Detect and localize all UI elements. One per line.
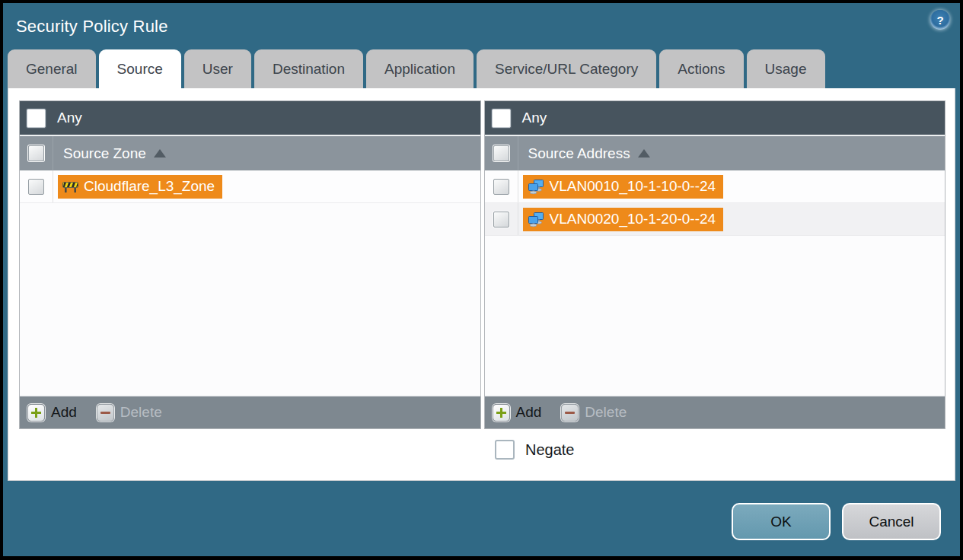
source-zone-panel: Any Source Zone (19, 100, 481, 429)
source-zone-select-all-cell (20, 136, 53, 170)
source-zone-any-checkbox[interactable] (27, 109, 46, 128)
tab-source[interactable]: Source (99, 49, 181, 88)
help-icon[interactable]: ? (930, 10, 950, 30)
source-zone-list: Cloudflare_L3_Zone (20, 170, 480, 395)
source-zone-column-label: Source Zone (63, 145, 146, 162)
source-zone-select-all-checkbox[interactable] (28, 145, 44, 161)
source-address-select-all-cell (485, 136, 518, 170)
tab-service-url-category[interactable]: Service/URL Category (477, 49, 656, 88)
source-address-select-all-checkbox[interactable] (493, 145, 509, 161)
source-zone-footer: Add Delete (20, 395, 480, 428)
cancel-button[interactable]: Cancel (842, 503, 941, 540)
tab-user[interactable]: User (184, 49, 251, 88)
table-row: VLAN0010_10-1-10-0--24 (485, 170, 945, 203)
source-zone-delete-button[interactable]: Delete (97, 404, 162, 422)
tab-destination[interactable]: Destination (254, 49, 363, 88)
source-address-entry[interactable]: VLAN0010_10-1-10-0--24 (523, 175, 724, 199)
tab-usage[interactable]: Usage (747, 49, 825, 88)
source-address-panel: Any Source Address (484, 100, 946, 429)
source-address-entry[interactable]: VLAN0020_10-1-20-0--24 (523, 208, 724, 231)
source-address-delete-button[interactable]: Delete (561, 404, 627, 422)
zone-icon (62, 180, 78, 193)
source-address-entry-label: VLAN0020_10-1-20-0--24 (550, 211, 716, 228)
source-address-entry-label: VLAN0010_10-1-10-0--24 (550, 178, 716, 195)
source-address-any-checkbox[interactable] (492, 109, 511, 128)
security-policy-rule-dialog: Security Policy Rule ? General Source Us… (0, 0, 963, 560)
titlebar: Security Policy Rule ? (3, 3, 960, 49)
dialog-title: Security Policy Rule (16, 17, 168, 37)
source-address-any-label: Any (522, 110, 547, 126)
negate-row: Negate (495, 440, 955, 460)
source-address-add-button[interactable]: Add (493, 404, 542, 422)
source-zone-entry[interactable]: Cloudflare_L3_Zone (58, 175, 222, 199)
source-address-any-header: Any (485, 101, 945, 135)
source-zone-any-label: Any (57, 110, 82, 126)
tab-bar: General Source User Destination Applicat… (3, 49, 960, 88)
ok-button[interactable]: OK (732, 503, 831, 540)
add-icon (27, 404, 45, 422)
source-address-row-checkbox[interactable] (493, 179, 509, 195)
source-address-list: VLAN0010_10-1-10-0--24 (485, 170, 945, 395)
source-address-row-checkbox[interactable] (493, 212, 509, 228)
table-row: VLAN0020_10-1-20-0--24 (485, 203, 945, 236)
source-address-column-label: Source Address (528, 145, 630, 162)
source-zone-any-header: Any (20, 101, 480, 135)
sort-ascending-icon (154, 149, 166, 158)
source-zone-row-checkbox[interactable] (28, 179, 44, 195)
tab-actions[interactable]: Actions (659, 49, 743, 88)
source-zone-add-button[interactable]: Add (27, 404, 77, 422)
delete-icon (97, 404, 114, 422)
negate-label: Negate (525, 441, 575, 459)
negate-checkbox[interactable] (495, 440, 515, 460)
source-zone-entry-label: Cloudflare_L3_Zone (84, 178, 215, 195)
source-address-column-header[interactable]: Source Address (485, 135, 945, 170)
panels: Any Source Zone (8, 88, 955, 429)
delete-icon (561, 404, 579, 422)
add-icon (493, 404, 510, 422)
table-row: Cloudflare_L3_Zone (20, 170, 480, 203)
source-address-footer: Add Delete (485, 395, 945, 428)
tab-application[interactable]: Application (366, 49, 474, 88)
sort-ascending-icon (638, 149, 650, 158)
address-icon (528, 180, 544, 194)
tab-general[interactable]: General (8, 49, 96, 88)
source-tab-content: Any Source Zone (8, 88, 955, 481)
address-icon (528, 212, 544, 227)
source-zone-column-header[interactable]: Source Zone (20, 135, 480, 170)
dialog-actions: OK Cancel (732, 503, 941, 540)
